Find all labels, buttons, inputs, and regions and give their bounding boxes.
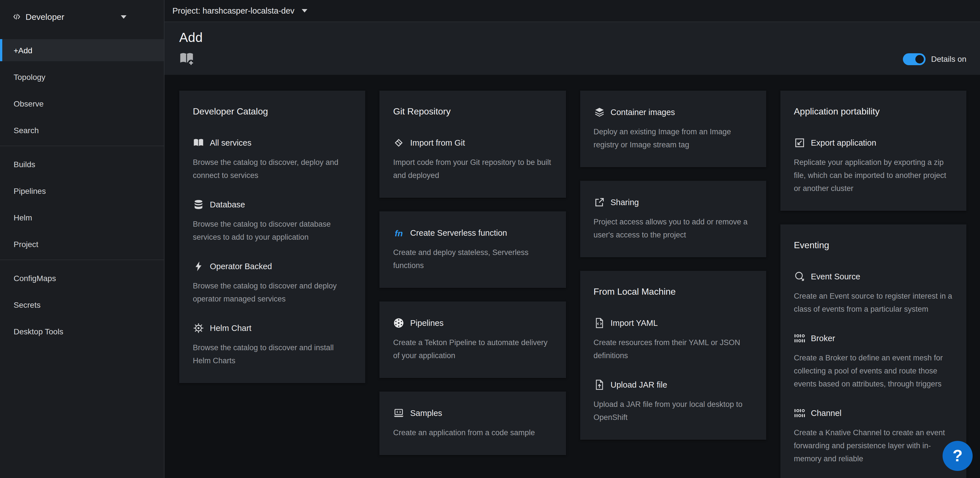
caret-down-icon: [302, 9, 307, 13]
action-head: Channel: [794, 407, 953, 419]
add-action-samples[interactable]: SamplesCreate an application from a code…: [393, 407, 552, 439]
action-head: All services: [193, 137, 352, 148]
file-upload-icon: [593, 379, 605, 391]
action-head: Pipelines: [393, 318, 552, 329]
action-head: Sharing: [593, 197, 752, 208]
card-title: Developer Catalog: [193, 106, 352, 117]
action-description: Create a Tekton Pipeline to automate del…: [393, 336, 552, 362]
card-git-repository: Git RepositoryImport from GitImport code…: [380, 91, 566, 198]
action-title: Sharing: [611, 198, 639, 207]
add-action-upload-jar-file[interactable]: Upload JAR fileUpload a JAR file from yo…: [593, 379, 752, 424]
add-action-channel[interactable]: ChannelCreate a Knative Channel to creat…: [794, 407, 953, 465]
action-title: Create Serverless function: [410, 229, 507, 237]
card-pipelines: PipelinesCreate a Tekton Pipeline to aut…: [380, 302, 566, 378]
sidebar-item-secrets[interactable]: Secrets: [0, 294, 164, 316]
export-icon: [794, 137, 805, 148]
action-title: Event Source: [811, 272, 860, 281]
topbar: Project: harshcasper-localsta-dev: [164, 0, 980, 22]
add-action-all-services[interactable]: All servicesBrowse the catalog to discov…: [193, 137, 352, 182]
card-sharing: SharingProject access allows you to add …: [580, 181, 766, 257]
git-icon: [393, 137, 405, 148]
action-head: fnCreate Serverless function: [393, 227, 552, 238]
app-window: Developer +AddTopologyObserveSearchBuild…: [0, 0, 980, 478]
add-action-helm-chart[interactable]: Helm ChartBrowse the catalog to discover…: [193, 322, 352, 367]
add-action-import-yaml[interactable]: Import YAMLCreate resources from their Y…: [593, 318, 752, 362]
share-icon: [593, 197, 605, 208]
fn-icon: fn: [393, 227, 405, 238]
container-icon: [593, 106, 605, 118]
add-action-operator-backed[interactable]: Operator BackedBrowse the catalog to dis…: [193, 261, 352, 305]
action-description: Create an application from a code sample: [393, 426, 552, 439]
sidebar-item-search[interactable]: Search: [0, 119, 164, 141]
card-columns: Developer CatalogAll servicesBrowse the …: [179, 91, 966, 478]
action-description: Replicate your application by exporting …: [794, 156, 953, 195]
book-plus-icon[interactable]: [179, 52, 194, 66]
card-title: Eventing: [794, 240, 953, 251]
sidebar: Developer +AddTopologyObserveSearchBuild…: [0, 0, 164, 478]
action-head: Database: [193, 199, 352, 210]
action-head: Export application: [794, 137, 953, 148]
add-action-sharing[interactable]: SharingProject access allows you to add …: [593, 197, 752, 241]
action-title: Broker: [811, 334, 835, 343]
sidebar-item-pipelines[interactable]: Pipelines: [0, 179, 164, 202]
add-action-container-images[interactable]: Container imagesDeploy an existing Image…: [593, 106, 752, 151]
helm-icon: [193, 322, 204, 334]
card-create-serverless-function: fnCreate Serverless functionCreate and d…: [380, 211, 566, 288]
card-container-images: Container imagesDeploy an existing Image…: [580, 91, 766, 167]
action-description: Create resources from their YAML or JSON…: [593, 336, 752, 362]
action-head: Operator Backed: [193, 261, 352, 272]
sidebar-item-add[interactable]: +Add: [0, 39, 164, 61]
action-head: Event Source: [794, 271, 953, 282]
action-title: Pipelines: [410, 319, 444, 327]
pipelines-icon: [393, 318, 405, 329]
action-description: Deploy an existing Image from an Image r…: [593, 125, 752, 151]
details-toggle-label: Details on: [931, 54, 966, 64]
action-title: Samples: [410, 408, 442, 418]
channel-icon: [794, 407, 805, 419]
page-title: Add: [179, 30, 966, 45]
sidebar-item-topology[interactable]: Topology: [0, 66, 164, 88]
project-selector[interactable]: Project: harshcasper-localsta-dev: [172, 6, 307, 15]
details-toggle[interactable]: [903, 53, 925, 65]
add-action-export-application[interactable]: Export applicationReplicate your applica…: [794, 137, 953, 195]
add-action-import-from-git[interactable]: Import from GitImport code from your Git…: [393, 137, 552, 182]
add-action-event-source[interactable]: Event SourceCreate an Event source to re…: [794, 271, 953, 316]
action-title: Operator Backed: [210, 262, 272, 271]
card-title: Git Repository: [393, 106, 552, 117]
add-action-database[interactable]: DatabaseBrowse the catalog to discover d…: [193, 199, 352, 244]
action-description: Create a Knative Channel to create an ev…: [794, 426, 953, 465]
details-toggle-group: Details on: [903, 53, 966, 65]
action-description: Project access allows you to add or remo…: [593, 215, 752, 241]
action-head: Helm Chart: [193, 322, 352, 334]
perspective-switcher[interactable]: Developer: [0, 0, 164, 33]
help-button[interactable]: ?: [943, 441, 973, 471]
action-description: Browse the catalog to discover, deploy a…: [193, 156, 352, 182]
sidebar-item-configmaps[interactable]: ConfigMaps: [0, 267, 164, 289]
action-description: Create a Broker to define an event mesh …: [794, 351, 953, 391]
action-description: Create and deploy stateless, Serverless …: [393, 246, 552, 272]
perspective-label: Developer: [25, 12, 64, 22]
sidebar-item-observe[interactable]: Observe: [0, 92, 164, 114]
card-column-3: Container imagesDeploy an existing Image…: [580, 91, 766, 440]
card-samples: SamplesCreate an application from a code…: [380, 392, 566, 455]
action-head: Import from Git: [393, 137, 552, 148]
card-developer-catalog: Developer CatalogAll servicesBrowse the …: [179, 91, 366, 383]
action-title: Import from Git: [410, 138, 465, 147]
add-action-pipelines[interactable]: PipelinesCreate a Tekton Pipeline to aut…: [393, 318, 552, 362]
sidebar-item-helm[interactable]: Helm: [0, 206, 164, 229]
add-action-create-serverless-function[interactable]: fnCreate Serverless functionCreate and d…: [393, 227, 552, 272]
card-from-local-machine: From Local MachineImport YAMLCreate reso…: [580, 271, 766, 440]
sidebar-item-desktop-tools[interactable]: Desktop Tools: [0, 320, 164, 342]
action-head: Broker: [794, 333, 953, 344]
sidebar-item-project[interactable]: Project: [0, 233, 164, 255]
action-title: Upload JAR file: [611, 380, 667, 389]
card-column-1: Developer CatalogAll servicesBrowse the …: [179, 91, 366, 383]
action-title: All services: [210, 138, 251, 147]
card-application-portability: Application portabilityExport applicatio…: [780, 91, 967, 211]
add-action-broker[interactable]: BrokerCreate a Broker to define an event…: [794, 333, 953, 391]
toggle-knob: [915, 55, 924, 63]
broker-icon: [794, 333, 805, 344]
sidebar-item-builds[interactable]: Builds: [0, 153, 164, 175]
action-title: Export application: [811, 138, 877, 147]
action-head: Samples: [393, 407, 552, 419]
